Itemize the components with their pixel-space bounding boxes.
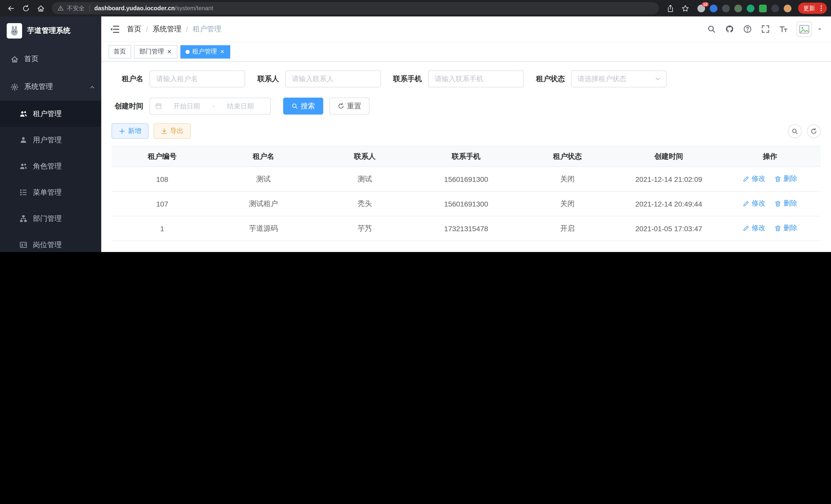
share-icon [666, 4, 674, 12]
edit-icon [743, 176, 749, 182]
tenant-status-select[interactable]: 请选择租户状态 [571, 70, 666, 87]
sidebar-toggle-button[interactable] [110, 24, 120, 34]
github-link[interactable] [725, 24, 734, 34]
url-path: /system/tenant [175, 5, 213, 11]
cell-tenant-id: 107 [112, 191, 213, 216]
star-icon [681, 4, 689, 12]
edit-link[interactable]: 修改 [743, 199, 766, 208]
filter-row-1: 租户名 联系人 联系手机 租户状态 请选择租户状态 [112, 70, 821, 87]
kebab-menu-icon[interactable] [818, 5, 825, 12]
browser-home-button[interactable] [34, 2, 47, 15]
help-button[interactable] [743, 24, 752, 34]
extension-icon[interactable] [771, 4, 779, 12]
refresh-table-button[interactable] [807, 124, 821, 138]
sidebar-item-role-management[interactable]: 角色管理 [0, 153, 101, 179]
column-header-created-at: 创建时间 [618, 146, 719, 167]
filter-label-phone: 联系手机 [393, 74, 422, 84]
tenant-table: 租户编号 租户名 联系人 联系手机 租户状态 创建时间 操作 108 测试 [112, 146, 821, 241]
filter-label-tenant-name: 租户名 [112, 74, 143, 84]
extension-icon[interactable]: 10 [697, 4, 705, 12]
delete-link[interactable]: 删除 [775, 199, 797, 208]
table-row: 107 测试租户 秃头 15601691300 关闭 2021-12-14 20… [112, 191, 821, 216]
toggle-search-button[interactable] [788, 124, 802, 138]
close-icon[interactable] [167, 49, 172, 55]
extension-icon[interactable] [735, 4, 742, 12]
sidebar-item-label: 岗位管理 [33, 240, 95, 249]
extension-icon[interactable] [759, 4, 767, 12]
active-tab-dot [185, 50, 190, 54]
sidebar-item-user-management[interactable]: 用户管理 [0, 127, 101, 153]
browser-reload-button[interactable] [19, 2, 32, 15]
edit-link[interactable]: 修改 [743, 224, 766, 233]
delete-link[interactable]: 删除 [775, 224, 797, 233]
profile-avatar-icon[interactable] [784, 4, 792, 12]
extension-badge: 10 [702, 2, 709, 7]
add-button[interactable]: 新增 [112, 123, 148, 139]
contact-input[interactable] [285, 70, 381, 87]
trash-icon [775, 176, 781, 182]
tab-dept-management[interactable]: 部门管理 [134, 45, 177, 58]
sidebar-item-label: 角色管理 [33, 161, 95, 171]
share-button[interactable] [663, 2, 677, 15]
fullscreen-button[interactable] [761, 24, 770, 34]
tab-label: 租户管理 [192, 47, 217, 56]
menu-list-icon [20, 188, 27, 196]
sidebar-item-home[interactable]: 首页 [0, 45, 101, 73]
reset-button[interactable]: 重置 [329, 98, 370, 115]
tab-tenant-management[interactable]: 租户管理 [180, 45, 230, 58]
search-button[interactable]: 搜索 [283, 98, 323, 115]
extension-icon[interactable] [747, 4, 754, 12]
delete-link[interactable]: 删除 [775, 174, 797, 184]
search-icon [792, 128, 798, 135]
reset-button-label: 重置 [347, 101, 361, 111]
font-size-button[interactable] [779, 24, 788, 34]
user-avatar[interactable] [797, 21, 812, 37]
header-actions [707, 21, 823, 37]
header-search-button[interactable] [707, 24, 716, 34]
home-icon [11, 55, 19, 63]
table-row: 108 测试 测试 15601691300 关闭 2021-12-14 21:0… [112, 167, 821, 191]
caret-down-icon [816, 26, 823, 32]
extension-icon[interactable] [722, 4, 730, 12]
close-icon[interactable] [220, 49, 225, 55]
extension-icon[interactable] [710, 4, 717, 12]
add-button-label: 新增 [128, 126, 141, 136]
select-placeholder: 请选择租户状态 [578, 74, 655, 84]
chrome-update-button[interactable]: 更新 [798, 3, 827, 14]
breadcrumb-separator: / [146, 25, 148, 33]
sidebar-menu: 首页 系统管理 租户管理 用户管理 角色管理 菜单管理 部门管理 岗位管理 字典… [0, 45, 101, 252]
url-text: dashboard.yudao.iocoder.cn/system/tenant [94, 5, 213, 11]
export-button[interactable]: 导出 [154, 123, 191, 139]
breadcrumb-home[interactable]: 首页 [127, 24, 141, 34]
breadcrumb-system-management[interactable]: 系统管理 [153, 24, 181, 34]
bookmark-button[interactable] [678, 2, 692, 15]
edit-link[interactable]: 修改 [743, 174, 766, 184]
avatar-dropdown-caret[interactable] [816, 26, 823, 32]
cell-actions: 修改 删除 [719, 191, 821, 216]
reload-icon [22, 4, 30, 12]
sidebar-item-dept-management[interactable]: 部门管理 [0, 206, 101, 232]
security-warning-icon [58, 5, 64, 11]
home-icon [37, 4, 45, 12]
breadcrumb-current: 租户管理 [193, 24, 222, 34]
app-logo-row[interactable]: 芋道管理系统 [0, 17, 101, 45]
cell-created-at: 2021-01-05 17:03:47 [618, 216, 719, 241]
phone-input[interactable] [428, 70, 524, 87]
address-bar[interactable]: 不安全 dashboard.yudao.iocoder.cn/system/te… [52, 2, 659, 14]
sidebar-item-system-management[interactable]: 系统管理 [0, 73, 101, 101]
breadcrumb: 首页 / 系统管理 / 租户管理 [127, 24, 699, 34]
trash-icon [775, 225, 781, 232]
sidebar-item-menu-management[interactable]: 菜单管理 [0, 179, 101, 206]
url-domain: dashboard.yudao.iocoder.cn [94, 5, 175, 11]
sidebar-item-tenant-management[interactable]: 租户管理 [0, 101, 101, 127]
browser-back-button[interactable] [4, 2, 18, 15]
gear-icon [11, 83, 19, 91]
edit-icon [743, 200, 749, 207]
filter-label-status: 租户状态 [536, 74, 565, 84]
cell-phone: 17321315478 [416, 216, 517, 241]
cell-phone: 15601691300 [416, 191, 517, 216]
sidebar-item-post-management[interactable]: 岗位管理 [0, 232, 101, 252]
tenant-name-input[interactable] [149, 70, 245, 87]
create-time-range-picker[interactable]: 开始日期 - 结束日期 [149, 98, 271, 115]
tab-home[interactable]: 首页 [109, 45, 131, 58]
